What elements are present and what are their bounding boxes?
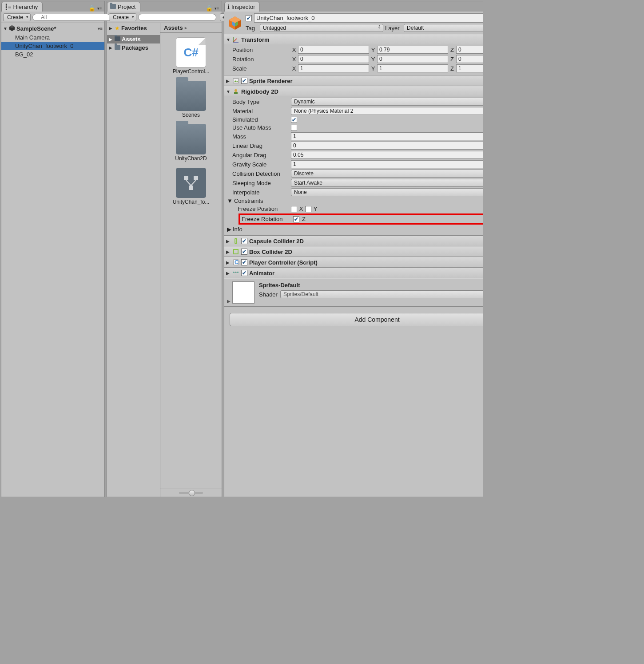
box-collider-enabled-checkbox[interactable]	[241, 249, 247, 255]
asset-label: UnityChan2D	[175, 155, 207, 162]
unity-icon	[9, 25, 15, 32]
assets-breadcrumb[interactable]: Assets ▸	[160, 23, 222, 33]
asset-scenes[interactable]: Scenes	[167, 81, 215, 118]
expand-icon[interactable]: ▶	[226, 79, 231, 83]
player-controller-enabled-checkbox[interactable]	[241, 259, 247, 265]
animator-enabled-checkbox[interactable]	[241, 270, 247, 276]
project-create-button[interactable]: Create	[109, 13, 136, 21]
add-component-button[interactable]: Add Component	[230, 313, 483, 326]
scale-y-input[interactable]	[377, 64, 448, 72]
scene-row[interactable]: ▼ SampleScene* ▾≡	[1, 24, 104, 33]
angular-drag-input[interactable]	[291, 151, 483, 159]
position-label: Position	[232, 47, 290, 53]
sprite-renderer-icon	[232, 77, 239, 84]
asset-size-slider[interactable]	[179, 492, 203, 494]
hierarchy-item-label: BG_02	[15, 51, 33, 58]
body-type-dropdown[interactable]: Dynamic	[291, 98, 483, 106]
freeze-rotation-z-checkbox[interactable]	[293, 216, 299, 222]
svg-rect-19	[233, 272, 234, 273]
scale-z-input[interactable]	[456, 64, 483, 72]
chevron-right-icon: ▸	[185, 25, 187, 30]
expand-icon[interactable]: ▶	[109, 37, 113, 42]
context-menu-icon[interactable]: ▾≡	[214, 6, 220, 11]
rotation-x-input[interactable]	[298, 55, 369, 63]
gameobject-name-input[interactable]	[254, 13, 483, 23]
sleeping-mode-dropdown[interactable]: Start Awake	[291, 179, 483, 187]
capsule-collider-icon	[232, 237, 239, 245]
hierarchy-item-main-camera[interactable]: Main Camera	[1, 33, 104, 42]
info-icon: ℹ	[227, 4, 230, 10]
expand-icon[interactable]: ▶	[227, 226, 231, 233]
collapse-icon[interactable]: ▼	[227, 198, 233, 204]
collapse-icon[interactable]: ▼	[226, 37, 231, 42]
tag-dropdown[interactable]: Untagged	[260, 24, 383, 32]
position-z-input[interactable]	[456, 46, 483, 54]
asset-label: PlayerControl...	[173, 68, 210, 75]
capsule-collider-enabled-checkbox[interactable]	[241, 238, 247, 244]
expand-icon[interactable]: ▶	[227, 299, 231, 304]
position-y-input[interactable]	[377, 46, 448, 54]
material-field[interactable]: None (Physics Material 2	[291, 107, 483, 115]
collision-detection-dropdown[interactable]: Discrete	[291, 170, 483, 178]
sprite-renderer-component: ▶ Sprite Renderer ?⇄⚙	[224, 75, 483, 86]
freeze-position-y-checkbox[interactable]	[305, 206, 311, 212]
position-x-input[interactable]	[298, 46, 369, 54]
svg-rect-3	[194, 176, 198, 180]
asset-label: UnityChan_fo...	[173, 199, 210, 205]
simulated-checkbox[interactable]	[291, 117, 297, 123]
transform-component: ▼ Transform ? ⇄ ⚙ PositionXYZ RotationXY…	[224, 34, 483, 75]
asset-unitychan2d[interactable]: UnityChan2D	[167, 124, 215, 162]
rotation-z-input[interactable]	[456, 55, 483, 63]
project-folder-assets[interactable]: ▶ Assets	[107, 35, 160, 43]
folder-icon	[110, 4, 116, 10]
hierarchy-panel: ┋≡ Hierarchy 🔒 ▾≡ Create 🔍 ▼ SampleScene…	[1, 1, 105, 497]
material-preview[interactable]	[232, 281, 254, 304]
rotation-y-input[interactable]	[377, 55, 448, 63]
asset-playercontroller[interactable]: C# PlayerControl...	[167, 37, 215, 75]
sprite-renderer-enabled-checkbox[interactable]	[241, 78, 247, 84]
animator-title: Animator	[249, 270, 274, 277]
freeze-position-x-checkbox[interactable]	[291, 206, 297, 212]
hierarchy-item-unitychan[interactable]: UnityChan_footwork_0	[1, 42, 104, 50]
linear-drag-input[interactable]	[291, 142, 483, 150]
context-menu-icon[interactable]: ▾≡	[98, 26, 103, 31]
transform-icon	[232, 36, 239, 43]
gameobject-active-checkbox[interactable]	[246, 15, 252, 21]
expand-icon[interactable]: ▶	[226, 271, 231, 276]
context-menu-icon[interactable]: ▾≡	[96, 6, 103, 11]
asset-unitychan-footwork[interactable]: UnityChan_fo...	[167, 168, 215, 205]
hierarchy-icon: ┋≡	[4, 4, 12, 10]
auto-mass-checkbox[interactable]	[291, 125, 297, 131]
collapse-icon[interactable]: ▼	[226, 89, 231, 94]
material-label: Material	[232, 108, 290, 115]
project-folder-packages[interactable]: ▶ Packages	[107, 43, 160, 52]
expand-icon[interactable]: ▶	[226, 249, 231, 254]
box-collider-title: Box Collider 2D	[249, 249, 292, 255]
favorites-row[interactable]: ▶ ★ Favorites	[107, 24, 160, 32]
inspector-tab[interactable]: ℹ Inspector	[224, 2, 260, 12]
layer-dropdown[interactable]: Default	[404, 24, 483, 32]
expand-icon[interactable]: ▶	[109, 26, 113, 31]
interpolate-dropdown[interactable]: None	[291, 188, 483, 196]
expand-icon[interactable]: ▼	[3, 26, 8, 31]
angular-drag-label: Angular Drag	[232, 152, 290, 158]
expand-icon[interactable]: ▶	[226, 260, 231, 265]
sprite-renderer-title: Sprite Renderer	[249, 78, 293, 84]
lock-icon[interactable]: 🔒	[206, 5, 213, 12]
expand-icon[interactable]: ▶	[226, 239, 231, 244]
hierarchy-create-button[interactable]: Create	[3, 13, 31, 21]
project-tab[interactable]: Project	[107, 2, 140, 12]
hierarchy-tab[interactable]: ┋≡ Hierarchy	[1, 2, 43, 12]
project-search-input[interactable]	[138, 14, 216, 21]
shader-label: Shader	[259, 291, 278, 298]
mass-input[interactable]	[291, 132, 483, 140]
expand-icon[interactable]: ▶	[109, 45, 113, 50]
gravity-scale-input[interactable]	[291, 160, 483, 168]
material-section: ▶ Sprites-Default ?⚙ Shader Sprites/Defa…	[224, 278, 483, 307]
hierarchy-search-input[interactable]	[32, 14, 111, 21]
hierarchy-item-bg[interactable]: BG_02	[1, 50, 104, 59]
lock-icon[interactable]: 🔒	[88, 5, 95, 12]
scale-x-input[interactable]	[298, 64, 369, 72]
shader-dropdown[interactable]: Sprites/Default	[280, 290, 483, 298]
scale-label: Scale	[232, 65, 290, 72]
